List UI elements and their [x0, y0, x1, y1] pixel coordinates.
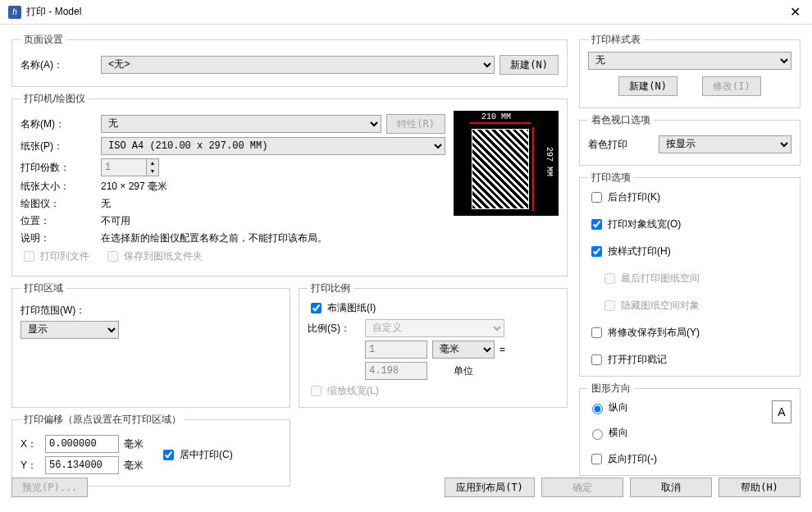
background-plot-checkbox[interactable]: 后台打印(K)	[588, 190, 791, 205]
desc-label: 说明：	[21, 231, 96, 245]
help-button[interactable]: 帮助(H)	[718, 478, 801, 497]
desc-value: 在选择新的绘图仪配置名称之前，不能打印该布局。	[101, 231, 327, 245]
ok-button: 确定	[541, 478, 623, 497]
plot-stamp-checkbox[interactable]: 打开打印戳记	[588, 352, 791, 368]
plot-area-legend: 打印区域	[21, 281, 66, 295]
plot-by-style-checkbox[interactable]: 按样式打印(H)	[588, 244, 791, 259]
plot-range-label: 打印范围(W)：	[21, 304, 85, 318]
paper-preview: 210 MM 297 MM	[454, 111, 559, 216]
scale-unit-select[interactable]: 毫米	[432, 341, 495, 359]
paperspace-last-checkbox: 最后打印图纸空间	[601, 271, 791, 286]
scale-ratio-label: 比例(S)：	[308, 322, 360, 336]
printer-name-label: 名称(M)：	[21, 117, 96, 131]
printer-props-button[interactable]: 特性(R)	[386, 114, 445, 134]
orientation-legend: 图形方向	[588, 382, 634, 395]
page-setup-name-label: 名称(A)：	[21, 58, 96, 72]
page-setup-legend: 页面设置	[21, 33, 66, 47]
style-edit-button: 修改(I)	[702, 76, 761, 96]
orientation-group: 图形方向 纵向 横向 反向打印(-) A	[579, 382, 801, 476]
window-title: 打印 - Model	[26, 5, 787, 19]
paper-size-label: 纸张大小：	[21, 180, 96, 194]
save-to-layout-checkbox[interactable]: 将修改保存到布局(Y)	[588, 325, 791, 341]
copies-label: 打印份数：	[21, 161, 96, 175]
copies-input[interactable]	[101, 158, 147, 176]
page-setup-new-button[interactable]: 新建(N)	[500, 55, 559, 75]
copies-spinner[interactable]: ▲▼	[101, 158, 159, 176]
shaded-viewport-group: 着色视口选项 着色打印 按显示	[579, 113, 801, 166]
plot-scale-group: 打印比例 布满图纸(I) 比例(S)： 自定义 毫米 = 单位 缩放线宽	[299, 281, 568, 408]
plot-offset-group: 打印偏移（原点设置在可打印区域） X： 毫米 Y： 毫米 居中打印(C)	[11, 413, 290, 487]
object-lineweight-checkbox[interactable]: 打印对象线宽(O)	[588, 217, 791, 232]
print-to-file-checkbox: 打印到文件	[21, 249, 89, 264]
style-new-button[interactable]: 新建(N)	[618, 76, 677, 96]
apply-button[interactable]: 应用到布局(T)	[445, 478, 535, 497]
landscape-radio[interactable]: 横向	[588, 426, 764, 440]
cancel-button[interactable]: 取消	[630, 478, 712, 497]
paper-size-value: 210 × 297 毫米	[101, 180, 167, 194]
paper-label: 纸张(P)：	[21, 139, 96, 153]
plot-range-select[interactable]: 显示	[21, 321, 119, 339]
plot-options-group: 打印选项 后台打印(K) 打印对象线宽(O) 按样式打印(H) 最后打印图纸空间…	[579, 171, 801, 377]
chevron-down-icon[interactable]: ▼	[147, 167, 158, 176]
portrait-radio[interactable]: 纵向	[588, 400, 764, 414]
plot-scale-legend: 打印比例	[308, 281, 354, 295]
chevron-up-icon[interactable]: ▲	[147, 159, 158, 167]
page-setup-name-select[interactable]: <无>	[101, 56, 495, 74]
offset-x-unit: 毫米	[124, 437, 144, 451]
scale-unit-text: 单位	[432, 364, 495, 378]
center-plot-checkbox[interactable]: 居中打印(C)	[160, 447, 233, 463]
plot-options-legend: 打印选项	[588, 171, 634, 185]
close-icon[interactable]: ✕	[787, 4, 804, 20]
printer-name-select[interactable]: 无	[101, 115, 381, 133]
upside-down-checkbox[interactable]: 反向打印(-)	[588, 451, 764, 467]
page-setup-group: 页面设置 名称(A)： <无> 新建(N)	[11, 33, 568, 87]
printer-group: 打印机/绘图仪 名称(M)： 无 特性(R) 纸张(P)： ISO A4 (21…	[11, 92, 568, 277]
app-icon: h	[8, 6, 21, 19]
printer-legend: 打印机/绘图仪	[21, 92, 89, 106]
style-table-legend: 打印样式表	[588, 33, 644, 47]
style-table-select[interactable]: 无	[588, 52, 791, 70]
hide-paperspace-checkbox: 隐藏图纸空间对象	[601, 298, 791, 313]
style-table-group: 打印样式表 无 新建(N) 修改(I)	[579, 33, 801, 108]
offset-y-unit: 毫米	[124, 459, 144, 473]
plot-area-group: 打印区域 打印范围(W)： 显示	[11, 281, 290, 408]
preview-button: 预览(P)...	[11, 478, 88, 497]
paper-select[interactable]: ISO A4 (210.00 x 297.00 MM)	[101, 137, 445, 155]
scale-num-input	[365, 341, 427, 359]
offset-y-input[interactable]	[45, 456, 119, 474]
shaded-legend: 着色视口选项	[588, 113, 654, 127]
preview-width-label: 210 MM	[481, 112, 511, 121]
save-sheet-checkbox: 保存到图纸文件夹	[104, 249, 203, 264]
offset-x-label: X：	[21, 437, 40, 451]
plotter-value: 无	[101, 197, 111, 211]
shade-plot-label: 着色打印	[588, 138, 654, 152]
scale-ratio-select: 自定义	[365, 319, 504, 337]
offset-y-label: Y：	[21, 459, 40, 473]
plot-offset-legend: 打印偏移（原点设置在可打印区域）	[21, 413, 185, 427]
scale-den-input	[365, 362, 427, 380]
orientation-icon: A	[772, 400, 791, 423]
titlebar: h 打印 - Model ✕	[0, 0, 812, 25]
preview-height-label: 297 MM	[545, 147, 554, 176]
scale-lineweight-checkbox: 缩放线宽(L)	[308, 383, 559, 399]
location-label: 位置：	[21, 214, 96, 228]
shade-plot-select[interactable]: 按显示	[659, 135, 791, 153]
fit-to-paper-checkbox[interactable]: 布满图纸(I)	[308, 300, 559, 316]
plotter-label: 绘图仪：	[21, 197, 96, 211]
location-value: 不可用	[101, 214, 130, 228]
offset-x-input[interactable]	[45, 435, 119, 453]
scale-equals: =	[500, 344, 505, 355]
